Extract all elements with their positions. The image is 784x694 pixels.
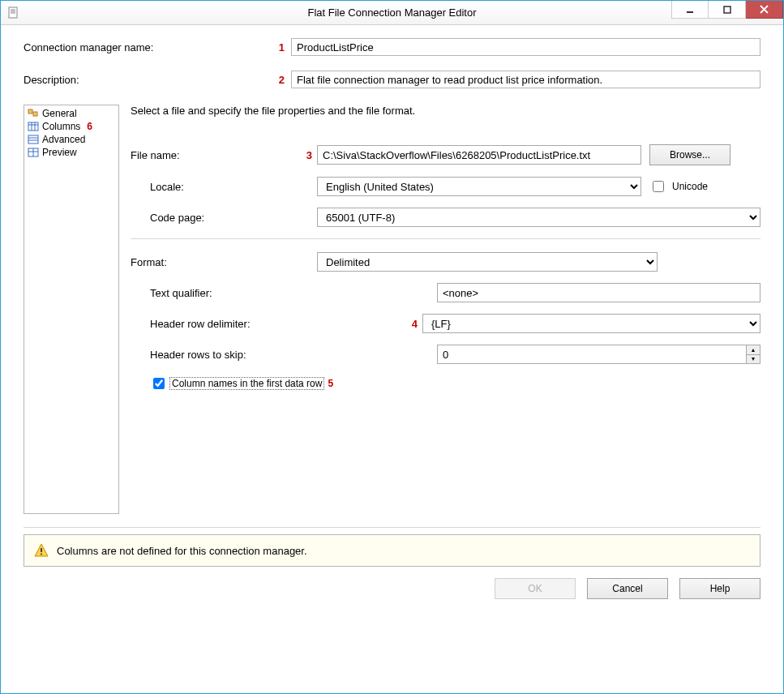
locale-label: Locale: bbox=[131, 181, 302, 193]
sidebar-item-label: Advanced bbox=[42, 133, 85, 146]
warning-icon bbox=[34, 543, 49, 558]
unicode-checkbox-wrap[interactable]: Unicode bbox=[649, 178, 708, 195]
unicode-checkbox[interactable] bbox=[653, 181, 664, 192]
format-select[interactable]: Delimited bbox=[317, 252, 658, 272]
svg-rect-10 bbox=[28, 122, 38, 131]
codepage-label: Code page: bbox=[131, 212, 302, 224]
unicode-label: Unicode bbox=[672, 181, 708, 192]
ok-button[interactable]: OK bbox=[495, 578, 576, 599]
skip-rows-input[interactable] bbox=[437, 345, 746, 364]
skip-spinner[interactable]: ▲ ▼ bbox=[746, 345, 760, 364]
minimize-button[interactable] bbox=[671, 1, 709, 19]
browse-button[interactable]: Browse... bbox=[649, 144, 730, 165]
sidebar: General Columns 6 Advanced Preview bbox=[24, 105, 119, 514]
sidebar-item-columns[interactable]: Columns 6 bbox=[28, 120, 115, 133]
svg-rect-14 bbox=[28, 135, 38, 144]
sidebar-item-preview[interactable]: Preview bbox=[28, 146, 115, 159]
footer: OK Cancel Help bbox=[1, 567, 783, 599]
advanced-icon bbox=[28, 134, 39, 145]
instruction-text: Select a file and specify the file prope… bbox=[131, 105, 760, 117]
annotation-6: 6 bbox=[87, 120, 92, 133]
svg-rect-9 bbox=[33, 112, 37, 116]
svg-point-22 bbox=[41, 553, 42, 555]
lower-separator bbox=[24, 527, 760, 528]
connection-name-input[interactable] bbox=[291, 38, 760, 56]
sidebar-item-advanced[interactable]: Advanced bbox=[28, 133, 115, 146]
file-name-label: File name: bbox=[131, 149, 302, 161]
annotation-2: 2 bbox=[275, 74, 285, 86]
spinner-down-icon[interactable]: ▼ bbox=[747, 355, 760, 364]
text-qualifier-label: Text qualifier: bbox=[131, 287, 422, 299]
file-name-input[interactable] bbox=[317, 145, 641, 165]
annotation-3: 3 bbox=[302, 149, 312, 161]
sidebar-item-general[interactable]: General bbox=[28, 107, 115, 120]
sidebar-item-label: Preview bbox=[42, 146, 77, 159]
colnames-label: Column names in the first data row bbox=[169, 377, 324, 390]
text-qualifier-input[interactable] bbox=[437, 283, 760, 302]
format-label: Format: bbox=[131, 256, 302, 268]
sidebar-item-label: Columns bbox=[42, 120, 80, 133]
annotation-1: 1 bbox=[275, 41, 285, 54]
warning-box: Columns are not defined for this connect… bbox=[24, 534, 760, 567]
colnames-checkbox[interactable] bbox=[153, 378, 165, 389]
annotation-5: 5 bbox=[328, 378, 333, 389]
columns-icon bbox=[28, 121, 39, 132]
titlebar: Flat File Connection Manager Editor bbox=[1, 1, 783, 25]
header-delimiter-select[interactable]: {LF} bbox=[422, 314, 760, 333]
codepage-select[interactable]: 65001 (UTF-8) bbox=[317, 208, 760, 227]
window-buttons bbox=[671, 1, 783, 24]
window-title: Flat File Connection Manager Editor bbox=[1, 6, 783, 19]
sidebar-item-label: General bbox=[42, 107, 77, 120]
header-delimiter-label: Header row delimiter: bbox=[131, 318, 408, 330]
general-icon bbox=[28, 108, 39, 119]
help-button[interactable]: Help bbox=[679, 578, 760, 599]
locale-select[interactable]: English (United States) bbox=[317, 177, 641, 196]
warning-text: Columns are not defined for this connect… bbox=[57, 545, 307, 557]
close-button[interactable] bbox=[746, 1, 783, 19]
spinner-up-icon[interactable]: ▲ bbox=[747, 345, 760, 355]
description-label: Description: bbox=[24, 74, 275, 86]
skip-label: Header rows to skip: bbox=[131, 349, 422, 361]
preview-icon bbox=[28, 147, 39, 158]
maximize-button[interactable] bbox=[709, 1, 746, 19]
svg-rect-5 bbox=[724, 6, 730, 13]
connection-name-label: Connection manager name: bbox=[24, 41, 275, 54]
app-icon bbox=[7, 6, 20, 19]
description-input[interactable] bbox=[291, 71, 760, 88]
svg-rect-8 bbox=[28, 109, 32, 114]
main-panel: Select a file and specify the file prope… bbox=[131, 105, 760, 514]
separator bbox=[131, 238, 760, 239]
annotation-4: 4 bbox=[408, 318, 418, 330]
cancel-button[interactable]: Cancel bbox=[587, 578, 668, 599]
